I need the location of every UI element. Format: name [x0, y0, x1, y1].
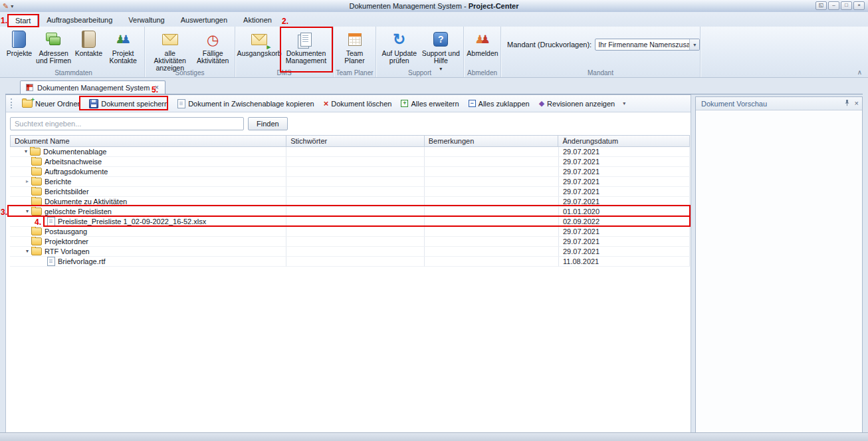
tab-verwaltung[interactable]: Verwaltung [121, 13, 171, 27]
dokumenten-management-button[interactable]: Dokumenten Management [281, 28, 331, 65]
tree-row[interactable]: Auftragsdokumente 29.07.2021 [10, 167, 690, 177]
date-cell: 29.07.2021 [559, 187, 690, 197]
ribbon-group-label: Sonstiges [145, 69, 235, 76]
ausgangskorb-button[interactable]: ▸ Ausgangskorb [237, 28, 281, 57]
alles-zuklappen-button[interactable]: − Alles zuklappen [465, 98, 534, 109]
minimize-button[interactable]: – [828, 1, 839, 10]
alles-erweitern-button[interactable]: + Alles erweitern [397, 98, 463, 109]
close-icon[interactable]: × [855, 100, 859, 107]
date-cell: 11.08.2021 [559, 257, 690, 267]
adressen-und-firmen-button[interactable]: Adressen und Firmen [34, 28, 74, 65]
stichwoerter-cell [286, 187, 425, 197]
name-cell: ▾ gelöschte Preislisten [10, 207, 286, 217]
date-cell: 29.07.2021 [559, 247, 690, 257]
auf-update-pruefen-button[interactable]: ↻ Auf Update prüfen [378, 28, 420, 65]
dokument-speichern-button[interactable]: Dokument speichern [85, 98, 172, 110]
toolbar-button-label: Alles erweitern [411, 100, 459, 108]
row-label: Briefvorlage.rtf [58, 257, 106, 266]
button-label: Team Planer [337, 50, 372, 65]
tree-row-preisliste-xlsx[interactable]: Preisliste_Preisliste 1_02-09-2022_16-52… [10, 217, 690, 227]
tab-start[interactable]: Start [8, 14, 38, 27]
tree-row[interactable]: Postausgang 29.07.2021 [10, 227, 690, 237]
ribbon-group-label: Team Planer [334, 69, 376, 76]
expander-closed-icon[interactable]: ▸ [23, 177, 31, 186]
folder-icon [31, 178, 42, 186]
revisionen-anzeigen-button[interactable]: ◆ Revisionen anzeigen [535, 98, 619, 109]
tree-row[interactable]: Dokumente zu Aktivitäten 29.07.2021 [10, 197, 690, 207]
toolbar-button-label: Neuer Ordner [35, 100, 80, 108]
tree-row[interactable]: ▾ Dokumentenablage 29.07.2021 [10, 147, 690, 157]
support-und-hilfe-button[interactable]: ? Support und Hilfe ▾ [420, 28, 461, 72]
stichwoerter-cell [286, 207, 425, 217]
tree-row[interactable]: Arbeitsnachweise 29.07.2021 [10, 157, 690, 167]
column-header-stichwoerter[interactable]: Stichwörter [286, 136, 425, 146]
stichwoerter-cell [286, 217, 425, 227]
expander-open-icon[interactable]: ▾ [22, 147, 30, 156]
row-label: RTF Vorlagen [45, 247, 90, 256]
restore-button[interactable]: ◱ [815, 1, 827, 10]
team-planer-button[interactable]: Team Planer [336, 28, 374, 65]
column-header-aenderungsdatum[interactable]: Änderungsdatum [558, 136, 689, 146]
column-header-bemerkungen[interactable]: Bemerkungen [425, 136, 559, 146]
toolbar-overflow-caret-icon[interactable]: ▾ [620, 99, 628, 108]
tab-aktionen[interactable]: Aktionen [236, 13, 279, 27]
ribbon-group-dms: ▸ Ausgangskorb Dokumenten Management DMS [235, 27, 334, 77]
pin-icon[interactable] [843, 99, 851, 108]
chevron-down-icon[interactable]: ▾ [689, 39, 699, 50]
mandant-field-label: Mandant (Druckvorlagen): [507, 41, 592, 49]
ribbon-collapse-icon[interactable]: ∧ [857, 69, 862, 76]
dokument-loeschen-button[interactable]: × Dokument löschen [320, 98, 396, 109]
grid-header: Dokument Name Stichwörter Bemerkungen Än… [10, 135, 690, 147]
bemerkungen-cell [425, 227, 559, 237]
ribbon-group-label: DMS [235, 69, 333, 76]
ribbon-group-team-planer: Team Planer Team Planer [334, 27, 376, 77]
toolbar-grip[interactable] [11, 98, 14, 108]
projekte-button[interactable]: Projekte [5, 28, 34, 57]
abmelden-button[interactable]: ♟ ♟ Abmelden [466, 28, 499, 57]
mandant-combobox[interactable]: Ihr Firmenname Namenszusatz od... ▾ [595, 39, 700, 51]
stichwoerter-cell [286, 157, 425, 167]
tab-dokumenten-management-system[interactable]: Dokumenten Management System × [20, 80, 165, 94]
maximize-button[interactable]: □ [841, 1, 852, 10]
new-folder-icon: + [22, 100, 33, 108]
tree-row-geloeschte-preislisten[interactable]: ▾ gelöschte Preislisten 01.01.2020 [10, 207, 690, 217]
projekt-kontakte-button[interactable]: ♟ ♟ Projekt Kontakte [104, 28, 142, 65]
alle-aktivitaeten-anzeigen-button[interactable]: alle Aktivitäten anzeigen [147, 28, 193, 72]
tree-row[interactable]: Berichtsbilder 29.07.2021 [10, 187, 690, 197]
faellige-aktivitaeten-button[interactable]: ◷ Fällige Aktivitäten [193, 28, 233, 65]
dokument-zwischenablage-kopieren-button[interactable]: Dokument in Zwischenablage kopieren [173, 98, 318, 110]
projects-book-icon [12, 30, 26, 49]
dms-toolbar: + Neuer Ordner Dokument speichern Dokume… [6, 95, 691, 112]
tree-row[interactable]: Projektordner 29.07.2021 [10, 237, 690, 247]
bemerkungen-cell [425, 147, 559, 157]
tab-auftragsbearbeitung[interactable]: Auftragsbearbeitung [39, 13, 120, 27]
kontakte-button[interactable]: Kontakte [74, 28, 104, 57]
tree-row[interactable]: ▾ RTF Vorlagen 29.07.2021 [10, 247, 690, 257]
refresh-icon: ↻ [393, 30, 405, 49]
ribbon-tab-bar: Start Auftragsbearbeitung Verwaltung Aus… [0, 12, 868, 27]
stichwoerter-cell [286, 197, 425, 207]
find-button[interactable]: Finden [248, 117, 288, 130]
revisions-icon: ◆ [539, 100, 544, 107]
search-input[interactable] [10, 117, 244, 130]
neuer-ordner-button[interactable]: + Neuer Ordner [18, 98, 84, 109]
close-icon[interactable]: × [154, 84, 159, 91]
toolbar-button-label: Alles zuklappen [479, 100, 530, 108]
folder-icon [31, 158, 42, 166]
bemerkungen-cell [425, 187, 559, 197]
folder-icon [31, 208, 42, 216]
column-header-dokument-name[interactable]: Dokument Name [11, 136, 286, 146]
folder-icon [31, 168, 42, 176]
expander-open-icon[interactable]: ▾ [23, 207, 31, 216]
tree-row[interactable]: Briefvorlage.rtf 11.08.2021 [10, 257, 690, 267]
button-label: Abmelden [467, 50, 498, 57]
document-tab-icon [26, 84, 33, 91]
file-icon [47, 217, 55, 226]
expander-open-icon[interactable]: ▾ [23, 247, 31, 256]
close-button[interactable]: × [853, 1, 865, 10]
stichwoerter-cell [286, 257, 425, 267]
tree-row[interactable]: ▸ Berichte 29.07.2021 [10, 177, 690, 187]
preview-header: Dokument Vorschau × [696, 97, 862, 110]
tab-auswertungen[interactable]: Auswertungen [173, 13, 235, 27]
bemerkungen-cell [425, 257, 559, 267]
